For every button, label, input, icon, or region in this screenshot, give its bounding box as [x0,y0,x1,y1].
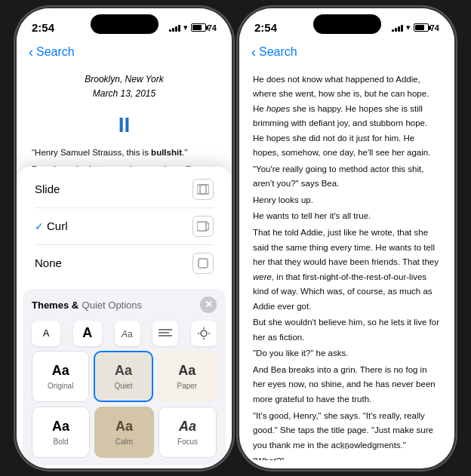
book-location-line1: Brooklyn, New York [32,72,217,87]
theme-card-bold[interactable]: Aa Bold [32,407,90,458]
theme-paper-sample: Aa [178,363,195,379]
theme-focus-sample: Aa [179,419,196,435]
theme-quiet-label: Quiet [115,382,133,390]
book-location-line2: March 13, 2015 [32,87,217,101]
alignment-button[interactable] [152,321,178,346]
theme-bold-sample: Aa [52,419,69,435]
close-button[interactable]: ✕ [200,296,217,313]
text-style-button[interactable]: Aa [115,321,140,346]
slide-options: Slide ✓ Curl [17,167,232,286]
left-phone: 2:54 ▾ 74 ‹ Search [17,8,232,468]
right-para-4: That he told Addie, just like he wrote, … [253,226,441,314]
theme-card-quiet[interactable]: Aa Quiet [94,351,152,402]
slide-option-none-right [192,253,214,274]
back-chevron-left: ‹ [29,45,33,60]
slide-option-none[interactable]: None [26,245,223,281]
themes-subtitle-text: Quiet Options [82,299,143,311]
back-chevron-right: ‹ [251,45,256,60]
time-left: 2:54 [32,21,54,34]
status-bar-left: 2:54 ▾ 74 [17,8,232,41]
right-phone: 2:54 ▾ 74 ‹ Search [239,8,454,468]
back-button-left[interactable]: ‹ Search [29,45,220,60]
time-right: 2:54 [254,21,277,34]
back-button-right[interactable]: ‹ Search [251,45,442,60]
font-small-button[interactable]: A [32,321,60,346]
none-icon [192,253,214,274]
theme-original-sample: Aa [52,363,69,379]
theme-cards-row-1: Aa Original Aa Quiet Aa Paper [32,351,217,402]
battery-right: 74 [414,23,439,32]
page-number-right: 524 [239,438,454,453]
right-para-6: "Do you like it?" he asks. [253,346,441,361]
theme-paper-label: Paper [177,382,197,390]
slide-panel: Slide ✓ Curl [17,167,232,468]
wifi-icon-right: ▾ [406,23,411,32]
right-para-2: Henry looks up. [253,193,441,208]
status-bar-right: 2:54 ▾ 74 [239,8,454,41]
slide-option-curl-label: Curl [47,220,192,232]
theme-card-original[interactable]: Aa Original [32,351,89,402]
signal-icon-right [392,24,403,32]
slide-option-slide-label: Slide [35,183,60,195]
wifi-icon: ▾ [183,23,188,32]
themes-header: Themes & Quiet Options ✕ [32,293,217,318]
theme-calm-sample: Aa [115,419,133,435]
theme-card-calm[interactable]: Aa Calm [94,407,154,458]
theme-quiet-sample: Aa [115,363,132,379]
notch-right [313,14,381,34]
svg-rect-2 [197,222,206,231]
svg-text:a: a [128,329,133,339]
checkmark-icon: ✓ [35,220,44,232]
right-para-9: "What?" [253,454,441,459]
right-para-0: He does not know what happened to Addie,… [253,72,441,161]
battery-left: 74 [191,23,217,32]
right-para-5: But she wouldn't believe him, so he lets… [253,315,441,345]
svg-text:A: A [121,329,128,339]
signal-icon [169,24,180,32]
brightness-button[interactable] [191,321,217,346]
slide-option-curl[interactable]: ✓ Curl [26,208,223,244]
right-para-1: "You're really going to method actor thi… [253,162,441,192]
theme-card-paper[interactable]: Aa Paper [158,351,217,402]
themes-title-text: Themes & [32,299,78,311]
theme-original-label: Original [48,382,73,390]
chapter-roman: II [32,109,217,143]
svg-point-9 [201,330,207,336]
curl-icon [192,216,214,237]
notch-left [91,14,159,34]
right-book-content: He does not know what happened to Addie,… [239,66,454,460]
svg-rect-1 [200,185,209,194]
status-icons-right: ▾ 74 [392,23,439,32]
font-large-button[interactable]: A [73,321,102,346]
status-icons-left: ▾ 74 [169,23,217,32]
theme-calm-label: Calm [115,438,133,446]
back-label-right: Search [259,45,297,59]
themes-section: Themes & Quiet Options ✕ A A Aa [23,289,226,465]
slide-option-slide[interactable]: Slide [26,171,223,207]
slide-option-curl-right [192,216,214,237]
book-header: Brooklyn, New York March 13, 2015 [32,66,217,106]
slide-option-slide-right [192,179,214,200]
right-para-3: He wants to tell her it's all true. [253,209,441,224]
book-para-0: "Henry Samuel Strauss, this is bullshit.… [32,146,217,160]
nav-bar-right: ‹ Search [239,41,454,66]
theme-bold-label: Bold [53,438,68,446]
right-para-7: And Bea breaks into a grin. There is no … [253,363,441,407]
svg-rect-0 [197,185,206,194]
back-label-left: Search [36,45,75,59]
slide-icon [192,179,214,200]
svg-rect-3 [199,259,208,268]
theme-card-focus[interactable]: Aa Focus [159,407,217,458]
theme-focus-label: Focus [177,438,198,446]
themes-title: Themes & Quiet Options [32,298,142,312]
nav-bar-left: ‹ Search [17,41,232,66]
font-controls: A A Aa [32,318,217,351]
theme-cards-row-2: Aa Bold Aa Calm Aa Focus [32,407,217,458]
slide-option-none-label: None [35,256,62,269]
